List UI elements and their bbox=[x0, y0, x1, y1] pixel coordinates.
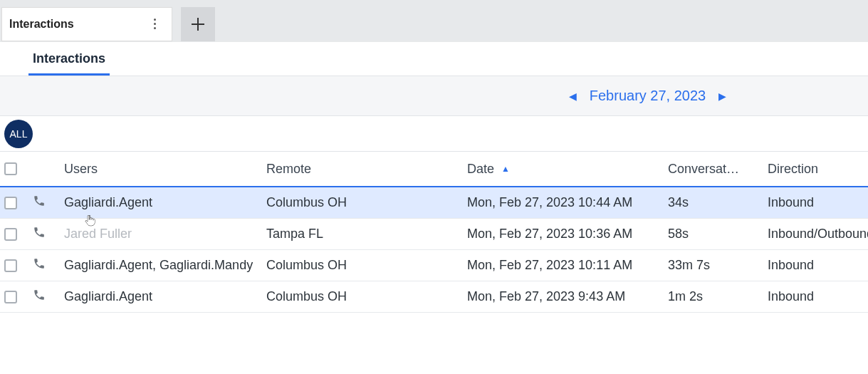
filter-row: ALL bbox=[0, 116, 868, 152]
row-checkbox[interactable] bbox=[4, 291, 17, 303]
cell-users: Jared Fuller bbox=[64, 227, 266, 241]
sort-ascending-icon: ▲ bbox=[501, 164, 510, 174]
cell-conversation: 58s bbox=[668, 227, 768, 241]
more-icon[interactable] bbox=[147, 19, 162, 29]
date-prev-icon[interactable]: ◀ bbox=[569, 90, 577, 102]
table-row[interactable]: Jared FullerTampa FLMon, Feb 27, 2023 10… bbox=[0, 219, 868, 250]
phone-icon bbox=[33, 194, 46, 207]
date-label[interactable]: February 27, 2023 bbox=[590, 88, 706, 104]
table-row[interactable]: Gagliardi.Agent, Gagliardi.MandyColumbus… bbox=[0, 250, 868, 281]
table-body: Gagliardi.AgentColumbus OHMon, Feb 27, 2… bbox=[0, 187, 868, 313]
document-tab[interactable]: Interactions bbox=[1, 7, 172, 41]
header-remote[interactable]: Remote bbox=[266, 162, 467, 177]
interaction-type-cell bbox=[33, 226, 64, 242]
header-date[interactable]: Date ▲ bbox=[467, 162, 668, 177]
table-header: Users Remote Date ▲ Conversat… Direction bbox=[0, 152, 868, 187]
document-tab-title: Interactions bbox=[9, 18, 74, 31]
phone-icon bbox=[33, 257, 46, 270]
cell-date: Mon, Feb 27, 2023 10:44 AM bbox=[467, 195, 668, 210]
cell-remote: Columbus OH bbox=[266, 195, 467, 210]
cell-date: Mon, Feb 27, 2023 10:11 AM bbox=[467, 258, 668, 273]
header-conversation[interactable]: Conversat… bbox=[668, 162, 768, 177]
top-bar: Interactions bbox=[0, 0, 868, 42]
add-tab-button[interactable] bbox=[181, 7, 215, 41]
filter-all-chip[interactable]: ALL bbox=[4, 120, 33, 148]
cell-remote: Columbus OH bbox=[266, 258, 467, 273]
interaction-type-cell bbox=[33, 257, 64, 274]
cell-remote: Tampa FL bbox=[266, 227, 467, 241]
cell-direction: Inbound/Outbound bbox=[768, 227, 867, 241]
phone-icon bbox=[33, 289, 46, 301]
header-date-label: Date bbox=[467, 162, 494, 177]
date-next-icon[interactable]: ▶ bbox=[718, 90, 726, 102]
interaction-type-cell bbox=[33, 194, 64, 211]
table-row[interactable]: Gagliardi.AgentColumbus OHMon, Feb 27, 2… bbox=[0, 281, 868, 313]
interaction-type-cell bbox=[33, 289, 64, 305]
subtab-bar: Interactions bbox=[0, 42, 868, 76]
tab-interactions[interactable]: Interactions bbox=[28, 43, 110, 76]
row-checkbox-cell bbox=[4, 259, 33, 272]
cell-direction: Inbound bbox=[768, 258, 867, 273]
date-navigator: ◀ February 27, 2023 ▶ bbox=[0, 76, 868, 116]
cell-direction: Inbound bbox=[768, 195, 867, 210]
row-checkbox[interactable] bbox=[4, 197, 17, 209]
cell-conversation: 1m 2s bbox=[668, 289, 768, 304]
row-checkbox-cell bbox=[4, 197, 33, 209]
cell-users: Gagliardi.Agent bbox=[64, 289, 266, 304]
row-checkbox[interactable] bbox=[4, 228, 17, 241]
select-all-checkbox[interactable] bbox=[4, 162, 17, 175]
row-checkbox[interactable] bbox=[4, 259, 17, 272]
header-users[interactable]: Users bbox=[64, 162, 266, 177]
cell-date: Mon, Feb 27, 2023 9:43 AM bbox=[467, 289, 668, 304]
cell-users: Gagliardi.Agent, Gagliardi.Mandy bbox=[64, 258, 266, 273]
cell-remote: Columbus OH bbox=[266, 289, 467, 304]
header-checkbox-cell bbox=[4, 162, 33, 175]
row-checkbox-cell bbox=[4, 291, 33, 303]
row-checkbox-cell bbox=[4, 228, 33, 241]
cell-conversation: 34s bbox=[668, 195, 768, 210]
phone-icon bbox=[33, 226, 46, 239]
table-row[interactable]: Gagliardi.AgentColumbus OHMon, Feb 27, 2… bbox=[0, 187, 868, 219]
header-direction[interactable]: Direction bbox=[768, 162, 867, 177]
cell-conversation: 33m 7s bbox=[668, 258, 768, 273]
cell-date: Mon, Feb 27, 2023 10:36 AM bbox=[467, 227, 668, 241]
cell-users: Gagliardi.Agent bbox=[64, 195, 266, 210]
plus-icon bbox=[191, 17, 205, 31]
cell-direction: Inbound bbox=[768, 289, 867, 304]
